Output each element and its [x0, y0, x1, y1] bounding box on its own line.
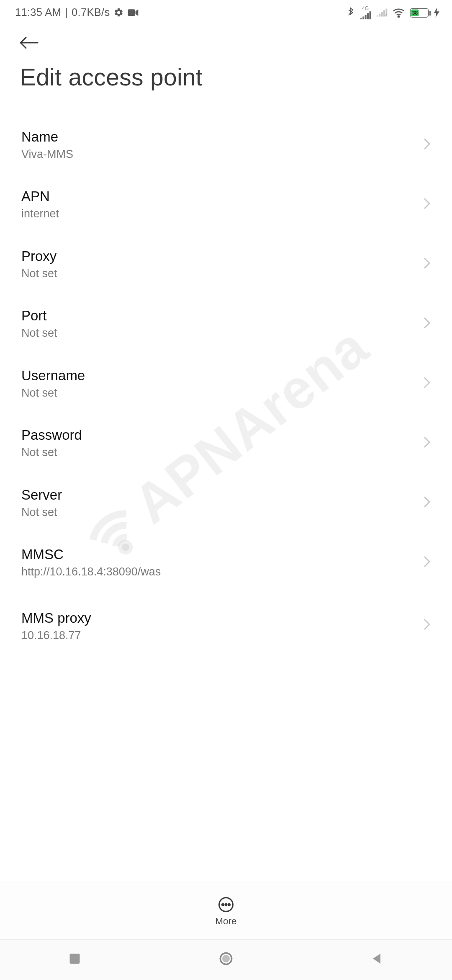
chevron-right-icon [423, 197, 431, 212]
app-body: APNArena Edit access point Name Viva-MMS [0, 24, 452, 939]
status-speed: 0.7KB/s [72, 6, 110, 19]
back-button[interactable] [19, 35, 39, 50]
row-value: Viva-MMS [21, 148, 73, 161]
svg-point-8 [228, 904, 230, 905]
status-left: 11:35 AM | 0.7KB/s [15, 6, 139, 19]
row-title: MMSC [21, 547, 161, 563]
row-apn[interactable]: APN internet [0, 175, 452, 235]
status-sep: | [65, 6, 68, 19]
nav-back-button[interactable] [371, 952, 383, 967]
row-value: Not set [21, 267, 57, 281]
signal-empty-icon: × [376, 8, 388, 17]
row-title: Username [21, 368, 85, 384]
video-icon [128, 8, 139, 17]
row-title: Name [21, 129, 73, 145]
row-password[interactable]: Password Not set [0, 413, 452, 473]
row-title: Proxy [21, 248, 57, 265]
row-title: Server [21, 487, 62, 503]
chevron-right-icon [423, 376, 431, 391]
svg-point-7 [225, 904, 227, 905]
status-right: 4G × 38 [347, 6, 439, 19]
svg-point-6 [222, 904, 223, 905]
chevron-right-icon [423, 555, 431, 570]
battery-percent: 38 [412, 10, 418, 15]
row-server[interactable]: Server Not set [0, 473, 452, 533]
row-value: Not set [21, 506, 62, 519]
more-label: More [215, 916, 236, 926]
bottom-toolbar: More [0, 883, 452, 939]
row-title: APN [21, 188, 59, 205]
chevron-right-icon [423, 316, 431, 331]
chevron-right-icon [423, 257, 431, 272]
signal-4g-icon: 4G [360, 6, 371, 19]
svg-point-2 [398, 16, 400, 18]
row-value: Not set [21, 446, 82, 459]
charging-bolt-icon [434, 8, 440, 18]
chevron-right-icon [423, 495, 431, 511]
nav-recent-button[interactable] [69, 952, 81, 967]
row-mmsc[interactable]: MMSC http://10.16.18.4:38090/was [0, 533, 452, 593]
svg-rect-9 [70, 954, 80, 964]
bluetooth-icon [347, 7, 355, 18]
more-button[interactable]: More [215, 897, 236, 926]
row-title: Port [21, 308, 57, 324]
row-port[interactable]: Port Not set [0, 294, 452, 354]
settings-icon [114, 8, 124, 18]
svg-text:×: × [385, 12, 387, 17]
status-bar: 11:35 AM | 0.7KB/s 4G × [0, 0, 452, 24]
row-title: Password [21, 427, 82, 444]
row-mms-proxy[interactable]: MMS proxy 10.16.18.77 [0, 593, 452, 645]
row-value: 10.16.18.77 [21, 629, 91, 642]
row-title: MMS proxy [21, 610, 91, 627]
row-value: internet [21, 207, 59, 221]
wifi-icon [393, 8, 405, 18]
svg-point-11 [222, 955, 230, 962]
svg-rect-0 [128, 9, 135, 16]
chevron-right-icon [423, 618, 431, 633]
row-value: Not set [21, 327, 57, 340]
status-time: 11:35 AM [15, 6, 61, 19]
settings-list: Name Viva-MMS APN internet Proxy [0, 115, 452, 645]
page-title: Edit access point [0, 53, 452, 98]
battery-icon: 38 [410, 8, 429, 18]
row-name[interactable]: Name Viva-MMS [0, 115, 452, 175]
row-username[interactable]: Username Not set [0, 354, 452, 414]
android-nav-bar [0, 939, 452, 980]
chevron-right-icon [423, 137, 431, 152]
row-value: Not set [21, 387, 85, 400]
chevron-right-icon [423, 436, 431, 451]
nav-home-button[interactable] [218, 951, 234, 969]
row-proxy[interactable]: Proxy Not set [0, 235, 452, 294]
row-value: http://10.16.18.4:38090/was [21, 565, 161, 579]
